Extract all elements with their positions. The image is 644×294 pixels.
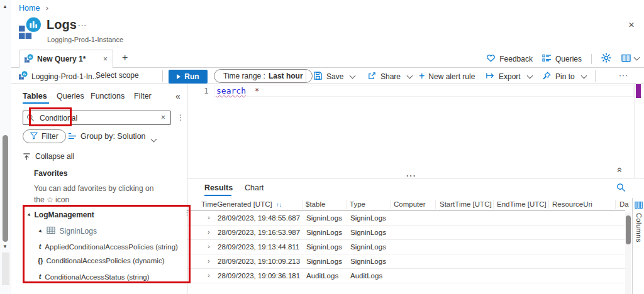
- column-header-type[interactable]: Type: [350, 200, 365, 208]
- splitter-drag-handle[interactable]: ···: [406, 171, 416, 180]
- field-string-icon: t: [39, 242, 41, 251]
- scroll-down-icon[interactable]: ▼: [3, 244, 8, 249]
- expand-triangle-icon[interactable]: ▾: [37, 228, 43, 234]
- title-more-button[interactable]: ···: [78, 21, 87, 29]
- reference-button[interactable]: [621, 53, 639, 65]
- secondary-scroll-track[interactable]: [2, 253, 9, 285]
- save-label: Save: [326, 72, 343, 81]
- group-by-selector[interactable]: Group by: Solution: [80, 132, 146, 141]
- results-search-icon[interactable]: [616, 183, 626, 194]
- tree-field-row[interactable]: t ConditionalAccessStatus (string): [39, 272, 150, 281]
- column-header-table[interactable]: $table: [306, 200, 325, 208]
- row-expand-icon[interactable]: ›: [208, 214, 210, 221]
- column-header-starttime[interactable]: StartTime [UTC]: [440, 200, 492, 208]
- page-subtitle: Logging-Prod-1-Instance: [47, 36, 123, 43]
- divider: [306, 70, 306, 82]
- close-blade-icon[interactable]: ×: [628, 19, 635, 31]
- filter-pill-button[interactable]: Filter: [23, 129, 66, 143]
- toolbar-more-button[interactable]: ···: [619, 71, 628, 80]
- chevron-down-icon[interactable]: [151, 136, 157, 143]
- collapse-editor-icon[interactable]: «: [614, 167, 625, 172]
- table-row[interactable]: › 28/09/2023, 19:16:53.987 SigninLogs Si…: [187, 226, 625, 240]
- left-scrollbar[interactable]: ▲ ▼: [0, 0, 11, 294]
- collapse-sidebar-icon[interactable]: «: [175, 91, 180, 101]
- tree-node-signinlogs[interactable]: ▾ SigninLogs: [39, 226, 97, 236]
- breadcrumb-home-link[interactable]: Home: [19, 4, 40, 13]
- run-button[interactable]: Run: [169, 70, 208, 84]
- gear-icon[interactable]: [601, 53, 611, 65]
- new-tab-button[interactable]: +: [122, 52, 128, 63]
- sidebar-tab-filter[interactable]: Filter: [134, 92, 152, 101]
- collapse-all-button[interactable]: Collapse all: [35, 152, 74, 161]
- column-header-endtime[interactable]: EndTime [UTC]: [497, 200, 547, 208]
- export-button[interactable]: Export: [486, 71, 532, 82]
- table-row[interactable]: › 28/09/2023, 19:48:55.687 SigninLogs Si…: [187, 211, 625, 226]
- column-header-timegenerated[interactable]: TimeGenerated [UTC] ↑↓: [201, 200, 282, 208]
- table-search-input[interactable]: [23, 111, 171, 125]
- tree-table-label: SigninLogs: [60, 227, 97, 236]
- save-icon: [313, 71, 323, 82]
- query-editor[interactable]: 1 search * «: [187, 84, 644, 178]
- column-separator[interactable]: [493, 200, 494, 209]
- sort-icon[interactable]: ↑↓: [276, 202, 282, 208]
- cell-table: AuditLogs: [306, 272, 338, 280]
- overview-ruler-border: [634, 84, 635, 178]
- tree-node-logmanagement[interactable]: ▾ LogManagement: [28, 210, 94, 219]
- columns-panel-tab[interactable]: Columns: [632, 198, 644, 294]
- tab-chart[interactable]: Chart: [245, 183, 264, 192]
- queries-icon: [542, 53, 552, 65]
- table-row[interactable]: › 28/09/2023, 19:13:44.811 SigninLogs Si…: [187, 240, 625, 254]
- column-separator[interactable]: [435, 200, 436, 209]
- queries-button[interactable]: Queries: [542, 53, 582, 65]
- breadcrumb-separator: ›: [46, 4, 48, 13]
- sidebar-tab-functions[interactable]: Functions: [91, 92, 125, 101]
- scrollbar-thumb[interactable]: [3, 135, 8, 242]
- divider: [591, 54, 592, 64]
- row-expand-icon[interactable]: ›: [208, 271, 210, 279]
- sidebar-tab-tables[interactable]: Tables: [23, 92, 47, 101]
- row-expand-icon[interactable]: ›: [208, 242, 210, 250]
- select-scope-link[interactable]: Select scope: [96, 71, 139, 80]
- new-alert-rule-button[interactable]: + New alert rule: [419, 71, 475, 82]
- time-range-picker[interactable]: Time range : Last hour: [214, 69, 313, 83]
- column-header-resourceuri[interactable]: ResourceUri: [552, 200, 592, 208]
- clear-search-icon[interactable]: ×: [161, 113, 165, 122]
- filter-pill-label: Filter: [42, 132, 58, 141]
- tab-results[interactable]: Results: [204, 183, 233, 192]
- search-more-icon[interactable]: ⋮: [177, 113, 184, 122]
- active-tab-underline: [23, 102, 49, 104]
- column-separator[interactable]: [548, 200, 549, 209]
- column-separator[interactable]: [302, 200, 303, 209]
- play-icon: [177, 74, 180, 79]
- tab-close-icon[interactable]: ×: [103, 55, 108, 63]
- save-button[interactable]: Save: [313, 71, 355, 82]
- chevron-down-icon: [350, 72, 356, 79]
- table-row[interactable]: › 28/09/2023, 19:10:09.213 SigninLogs Si…: [187, 254, 625, 269]
- table-row[interactable]: › 28/09/2023, 19:09:36.181 AuditLogs Aud…: [187, 269, 625, 283]
- row-expand-icon[interactable]: ›: [208, 257, 210, 264]
- tree-field-row[interactable]: {} ConditionalAccessPolicies (dynamic): [38, 257, 164, 264]
- row-expand-icon[interactable]: ›: [208, 228, 210, 236]
- column-header-computer[interactable]: Computer: [394, 200, 426, 208]
- pin-to-button[interactable]: Pin to: [542, 71, 586, 82]
- tab-new-query-1[interactable]: New Query 1* ×: [19, 50, 113, 68]
- column-separator[interactable]: [615, 200, 616, 209]
- logs-app-icon: [19, 17, 42, 41]
- column-separator[interactable]: [346, 200, 347, 209]
- results-scrollbar-thumb[interactable]: [626, 215, 631, 244]
- page-title: Logs: [47, 18, 77, 32]
- column-separator[interactable]: [390, 200, 391, 209]
- cell-table: SigninLogs: [306, 258, 342, 265]
- feedback-button[interactable]: Feedback: [486, 53, 533, 65]
- results-scrollbar[interactable]: [625, 212, 631, 294]
- column-header-data-truncated[interactable]: Da: [619, 200, 629, 208]
- minimap-marker: [636, 84, 641, 98]
- scroll-up-icon[interactable]: ▲: [3, 4, 8, 9]
- sidebar-tab-queries[interactable]: Queries: [57, 92, 84, 101]
- keyword-search: search: [216, 86, 246, 95]
- tree-field-row[interactable]: t AppliedConditionalAccessPolicies (stri…: [39, 242, 178, 251]
- time-range-value: Last hour: [269, 72, 303, 80]
- expand-triangle-icon[interactable]: ▾: [26, 212, 32, 218]
- collapse-all-icon: [23, 153, 31, 163]
- share-button[interactable]: Share: [367, 71, 412, 82]
